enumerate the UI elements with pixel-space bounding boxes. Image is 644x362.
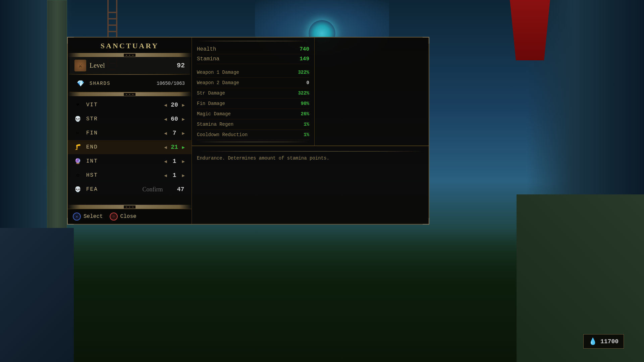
- desc-top-ornament: [197, 151, 424, 152]
- detail-bottom-ornament: [197, 142, 309, 142]
- confirm-label: Confirm: [130, 186, 175, 193]
- currency-display: 💧 11700: [583, 334, 624, 349]
- end-arrow-left[interactable]: ◀: [162, 144, 168, 150]
- cooldown-label: Cooldown Reduction: [197, 132, 304, 137]
- int-arrow-right[interactable]: ▶: [180, 159, 186, 164]
- detail-top-ornament: [197, 41, 309, 41]
- vit-icon: ♥: [73, 100, 83, 110]
- magic-damage-row: Magic Damage 26%: [197, 109, 309, 119]
- select-button[interactable]: ✕ Select: [73, 213, 103, 221]
- vit-arrow-right[interactable]: ▶: [180, 102, 186, 108]
- right-top: Health 740 Stamina 149 Weapon 1 Damage 3…: [192, 38, 429, 146]
- stat-row-fin[interactable]: ✂ FIN ◀ 7 ▶: [68, 126, 192, 140]
- weapon2-label: Weapon 2 Damage: [197, 80, 307, 85]
- hst-value: 1: [169, 172, 180, 179]
- magic-damage-label: Magic Damage: [197, 111, 301, 117]
- int-value: 1: [169, 158, 180, 165]
- shards-label: SHARDS: [90, 81, 157, 86]
- close-button[interactable]: ○ Close: [110, 213, 137, 221]
- stamina-regen-value: 1%: [304, 122, 309, 127]
- health-label: Health: [197, 46, 300, 52]
- o-button-icon: ○: [110, 213, 118, 221]
- fin-arrow-left[interactable]: ◀: [162, 130, 168, 136]
- fin-arrow-right[interactable]: ▶: [180, 130, 186, 136]
- end-icon: 🦵: [73, 142, 83, 152]
- stat-row-hst[interactable]: ⊙ HST ◀ 1 ▶: [68, 168, 192, 182]
- stamina-label: Stamina: [197, 56, 300, 62]
- level-label: Level: [90, 62, 177, 69]
- str-damage-row: Str Damage 322%: [197, 88, 309, 99]
- main-panel: SANCTUARY ⚔️ Level 92 💎 SHARDS 10650/106…: [67, 37, 429, 225]
- stat-row-end[interactable]: 🦵 END ◀ 21 ▶: [68, 140, 192, 154]
- shards-row: 💎 SHARDS 10650/1063: [69, 75, 190, 92]
- shards-value: 10650/1063: [157, 81, 185, 86]
- int-label: INT: [86, 158, 162, 164]
- bg-curtain: [510, 0, 550, 60]
- shards-icon: 💎: [74, 77, 86, 89]
- end-value: 21: [169, 144, 180, 150]
- description-text: Endurance. Determines amount of stamina …: [197, 156, 329, 161]
- weapon1-row: Weapon 1 Damage 322%: [197, 67, 309, 78]
- fin-damage-label: Fin Damage: [197, 101, 301, 106]
- hst-arrow-left[interactable]: ◀: [162, 173, 168, 178]
- level-icon: ⚔️: [74, 60, 86, 71]
- stats-ornament: [68, 92, 192, 96]
- weapon1-value: 322%: [298, 70, 309, 75]
- bottom-ornament: [68, 205, 192, 209]
- stat-row-vit[interactable]: ♥ VIT ◀ 20 ▶: [68, 98, 192, 112]
- vit-label: VIT: [86, 102, 162, 108]
- hst-label: HST: [86, 172, 162, 178]
- int-arrow-left[interactable]: ◀: [162, 159, 168, 164]
- magic-damage-value: 26%: [301, 111, 309, 117]
- vit-arrow-left[interactable]: ◀: [162, 102, 168, 108]
- select-label: Select: [84, 214, 103, 220]
- fin-icon: ✂: [73, 128, 83, 138]
- hst-icon: ⊙: [73, 170, 83, 180]
- rock-right: [517, 194, 644, 362]
- fea-value: 47: [175, 186, 186, 193]
- stat-row-int[interactable]: 🔮 INT ◀ 1 ▶: [68, 154, 192, 168]
- corner-br: [423, 218, 429, 225]
- description-panel: Endurance. Determines amount of stamina …: [192, 146, 429, 167]
- health-stamina-section: Health 740 Stamina 149: [197, 43, 309, 67]
- stats-detail-panel: Health 740 Stamina 149 Weapon 1 Damage 3…: [192, 38, 315, 145]
- end-arrow-right[interactable]: ▶: [180, 144, 186, 150]
- currency-value: 11700: [600, 338, 619, 345]
- left-panel: SANCTUARY ⚔️ Level 92 💎 SHARDS 10650/106…: [68, 38, 192, 224]
- corner-tl: [67, 37, 74, 44]
- title-ornament: [68, 53, 192, 57]
- fin-damage-value: 90%: [301, 101, 309, 106]
- fea-label: FEA: [86, 186, 130, 192]
- stat-row-str[interactable]: 💀 STR ◀ 60 ▶: [68, 112, 192, 126]
- cooldown-value: 1%: [304, 132, 309, 137]
- fin-damage-row: Fin Damage 90%: [197, 99, 309, 109]
- stamina-value: 149: [300, 56, 309, 62]
- end-label: END: [86, 144, 162, 150]
- health-value: 740: [300, 46, 309, 52]
- weapon2-row: Weapon 2 Damage 0: [197, 78, 309, 88]
- x-symbol: ✕: [75, 214, 78, 219]
- fin-value: 7: [169, 130, 180, 136]
- stats-section: ♥ VIT ◀ 20 ▶ 💀 STR ◀ 60 ▶ ✂ FIN: [68, 96, 192, 205]
- stamina-regen-label: Stamina Regen: [197, 122, 304, 127]
- right-panel: Health 740 Stamina 149 Weapon 1 Damage 3…: [192, 38, 429, 224]
- str-icon: 💀: [73, 114, 83, 124]
- currency-icon: 💧: [589, 337, 597, 346]
- stat-row-fea[interactable]: 💀 FEA Confirm 47: [68, 182, 192, 196]
- hst-arrow-right[interactable]: ▶: [180, 173, 186, 178]
- weapon1-label: Weapon 1 Damage: [197, 70, 298, 75]
- vit-value: 20: [169, 102, 180, 108]
- str-arrow-right[interactable]: ▶: [180, 116, 186, 122]
- cooldown-row: Cooldown Reduction 1%: [197, 130, 309, 140]
- str-value: 60: [169, 116, 180, 122]
- str-damage-label: Str Damage: [197, 90, 298, 96]
- extra-panel: [315, 38, 429, 145]
- rock-left: [0, 228, 74, 362]
- str-label: STR: [86, 116, 162, 122]
- stamina-regen-row: Stamina Regen 1%: [197, 119, 309, 130]
- str-arrow-left[interactable]: ◀: [162, 116, 168, 122]
- panel-title: SANCTUARY: [68, 38, 192, 53]
- fea-icon: 💀: [73, 184, 83, 194]
- fin-label: FIN: [86, 130, 162, 136]
- corner-tr: [423, 37, 429, 44]
